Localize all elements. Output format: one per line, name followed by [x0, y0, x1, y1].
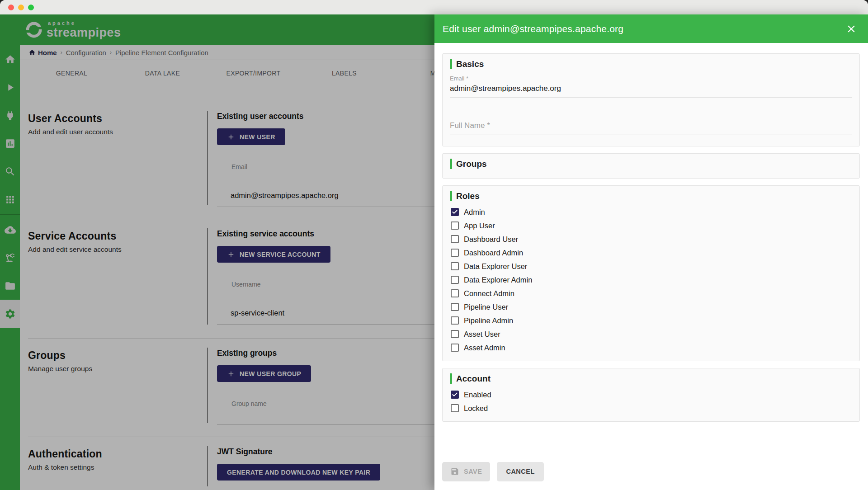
- role-label: Pipeline User: [464, 303, 508, 311]
- window-maximize-button[interactable]: [28, 5, 34, 10]
- green-accent-bar: [450, 159, 452, 169]
- role-option-connect-admin: Connect Admin: [451, 287, 852, 300]
- role-option-asset-admin: Asset Admin: [451, 341, 852, 354]
- roles-card: Roles Admin App User Dashboard User: [442, 185, 860, 361]
- role-checkbox-pipeline-admin[interactable]: [451, 316, 459, 325]
- role-checkbox-pipeline-user[interactable]: [451, 303, 459, 311]
- role-label: Data Explorer User: [464, 262, 527, 271]
- full-name-field[interactable]: [450, 119, 852, 135]
- save-icon: [450, 467, 459, 476]
- role-checkbox-dashboard-admin[interactable]: [451, 249, 459, 257]
- window-titlebar: [0, 0, 868, 14]
- roles-title: Roles: [456, 191, 480, 201]
- role-option-asset-user: Asset User: [451, 327, 852, 341]
- role-checkbox-connect-admin[interactable]: [451, 289, 459, 297]
- groups-title: Groups: [456, 159, 487, 169]
- green-accent-bar: [450, 59, 452, 69]
- window-minimize-button[interactable]: [18, 5, 24, 10]
- dialog-title: Edit user admin@streampipes.apache.org: [443, 24, 623, 34]
- account-card: Account Enabled Locked: [442, 368, 860, 422]
- role-option-admin: Admin: [451, 205, 852, 219]
- window-close-button[interactable]: [8, 5, 14, 10]
- enabled-checkbox[interactable]: [451, 391, 459, 399]
- role-option-data-explorer-user: Data Explorer User: [451, 259, 852, 273]
- role-label: Asset Admin: [464, 344, 505, 352]
- role-option-dashboard-admin: Dashboard Admin: [451, 246, 852, 259]
- role-option-pipeline-admin: Pipeline Admin: [451, 314, 852, 327]
- email-field[interactable]: [450, 82, 852, 98]
- role-option-data-explorer-admin: Data Explorer Admin: [451, 273, 852, 287]
- role-label: Admin: [464, 208, 485, 217]
- role-label: App User: [464, 221, 495, 230]
- role-checkbox-app-user[interactable]: [451, 221, 459, 230]
- account-title: Account: [456, 374, 491, 384]
- account-option-locked: Locked: [451, 401, 852, 415]
- role-label: Data Explorer Admin: [464, 276, 532, 284]
- account-label: Enabled: [464, 391, 491, 399]
- cancel-button[interactable]: CANCEL: [497, 462, 543, 481]
- dialog-footer: SAVE CANCEL: [434, 453, 868, 490]
- role-checkbox-dashboard-user[interactable]: [451, 235, 459, 243]
- green-accent-bar: [450, 191, 452, 201]
- role-checkbox-data-explorer-user[interactable]: [451, 262, 459, 270]
- role-option-pipeline-user: Pipeline User: [451, 300, 852, 314]
- close-icon: [845, 23, 857, 35]
- basics-title: Basics: [456, 59, 484, 69]
- save-button[interactable]: SAVE: [442, 462, 490, 481]
- dialog-body: Basics Email * Groups Roles: [434, 43, 868, 490]
- role-checkbox-admin[interactable]: [451, 208, 459, 216]
- edit-user-dialog: Edit user admin@streampipes.apache.org B…: [434, 14, 868, 490]
- role-label: Dashboard User: [464, 235, 518, 244]
- role-label: Pipeline Admin: [464, 316, 513, 325]
- role-option-app-user: App User: [451, 219, 852, 232]
- dialog-close-button[interactable]: [844, 22, 858, 36]
- dialog-header: Edit user admin@streampipes.apache.org: [434, 14, 868, 43]
- account-label: Locked: [464, 404, 488, 413]
- role-checkbox-data-explorer-admin[interactable]: [451, 276, 459, 284]
- account-option-enabled: Enabled: [451, 388, 852, 401]
- role-option-dashboard-user: Dashboard User: [451, 232, 852, 246]
- app-window: apache streampipes: [0, 0, 868, 490]
- role-label: Asset User: [464, 330, 500, 339]
- groups-card: Groups: [442, 153, 860, 179]
- role-checkbox-asset-user[interactable]: [451, 330, 459, 338]
- role-label: Connect Admin: [464, 289, 514, 298]
- role-label: Dashboard Admin: [464, 249, 523, 257]
- green-accent-bar: [450, 373, 452, 384]
- role-checkbox-asset-admin[interactable]: [451, 344, 459, 352]
- locked-checkbox[interactable]: [451, 404, 459, 412]
- email-field-label: Email *: [450, 75, 852, 82]
- basics-card: Basics Email *: [442, 53, 860, 146]
